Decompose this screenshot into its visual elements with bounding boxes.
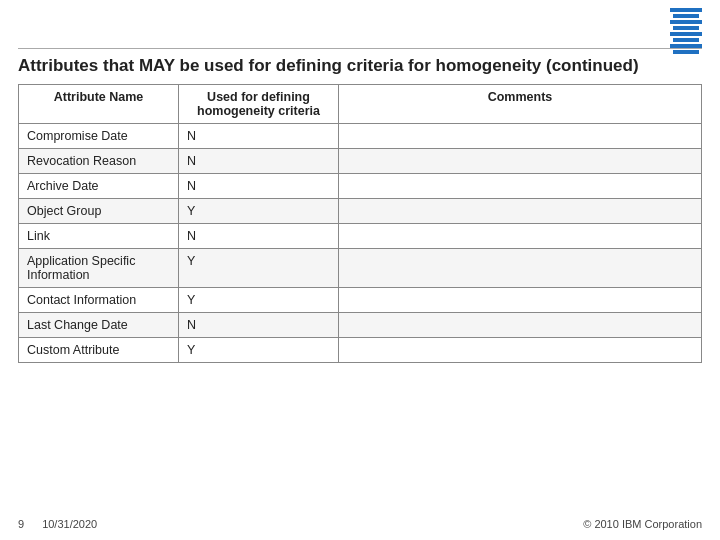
- table-row: Last Change DateN: [19, 313, 702, 338]
- ibm-logo: [670, 8, 702, 54]
- table-cell-7-0: Last Change Date: [19, 313, 179, 338]
- table-cell-1-1: N: [179, 149, 339, 174]
- footer-left: 9 10/31/2020: [18, 518, 97, 530]
- attributes-table: Attribute Name Used for defining homogen…: [18, 84, 702, 363]
- table-cell-5-1: Y: [179, 249, 339, 288]
- table-cell-4-2: [339, 224, 702, 249]
- table-cell-7-2: [339, 313, 702, 338]
- top-divider: [18, 48, 702, 49]
- table-cell-8-0: Custom Attribute: [19, 338, 179, 363]
- table-cell-8-2: [339, 338, 702, 363]
- table-row: Application Specific InformationY: [19, 249, 702, 288]
- table-row: Custom AttributeY: [19, 338, 702, 363]
- table-cell-3-0: Object Group: [19, 199, 179, 224]
- footer-copyright: © 2010 IBM Corporation: [583, 518, 702, 530]
- col-header-comments: Comments: [339, 85, 702, 124]
- page-number: 9: [18, 518, 24, 530]
- page-title: Attributes that MAY be used for defining…: [18, 55, 702, 76]
- table-cell-0-1: N: [179, 124, 339, 149]
- table-cell-4-1: N: [179, 224, 339, 249]
- footer-date: 10/31/2020: [42, 518, 97, 530]
- col-header-attribute-name: Attribute Name: [19, 85, 179, 124]
- table-row: Revocation ReasonN: [19, 149, 702, 174]
- table-row: Archive DateN: [19, 174, 702, 199]
- table-cell-4-0: Link: [19, 224, 179, 249]
- table-row: Object GroupY: [19, 199, 702, 224]
- table-cell-1-0: Revocation Reason: [19, 149, 179, 174]
- table-cell-0-0: Compromise Date: [19, 124, 179, 149]
- table-row: Contact InformationY: [19, 288, 702, 313]
- footer: 9 10/31/2020 © 2010 IBM Corporation: [18, 518, 702, 530]
- table-cell-8-1: Y: [179, 338, 339, 363]
- table-cell-2-0: Archive Date: [19, 174, 179, 199]
- table-cell-7-1: N: [179, 313, 339, 338]
- table-cell-3-1: Y: [179, 199, 339, 224]
- table-row: Compromise DateN: [19, 124, 702, 149]
- table-cell-6-2: [339, 288, 702, 313]
- col-header-used-for: Used for defining homogeneity criteria: [179, 85, 339, 124]
- table-cell-6-1: Y: [179, 288, 339, 313]
- table-cell-5-2: [339, 249, 702, 288]
- table-cell-6-0: Contact Information: [19, 288, 179, 313]
- page-wrapper: Attributes that MAY be used for defining…: [0, 0, 720, 540]
- table-cell-1-2: [339, 149, 702, 174]
- table-cell-3-2: [339, 199, 702, 224]
- table-cell-2-2: [339, 174, 702, 199]
- table-cell-0-2: [339, 124, 702, 149]
- table-row: LinkN: [19, 224, 702, 249]
- table-cell-5-0: Application Specific Information: [19, 249, 179, 288]
- table-cell-2-1: N: [179, 174, 339, 199]
